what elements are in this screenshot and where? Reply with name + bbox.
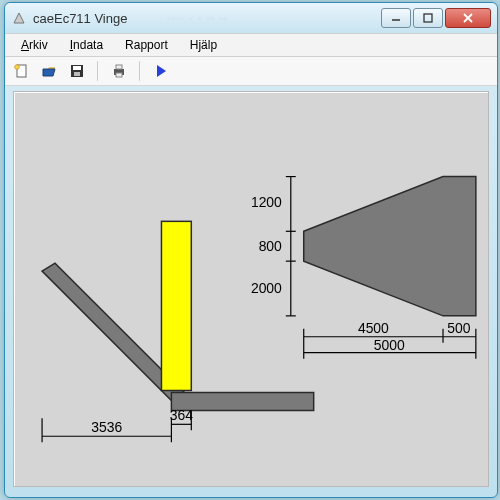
menu-hjalp[interactable]: Hjälp xyxy=(180,36,227,54)
window-title: caeEc711 Vinge xyxy=(33,11,127,26)
new-icon[interactable] xyxy=(11,61,31,81)
close-button[interactable] xyxy=(445,8,491,28)
toolbar-separator-1 xyxy=(97,61,99,81)
menu-hjalp-label: Hjälp xyxy=(190,38,217,52)
app-window: caeEc711 Vinge ···· · · ·· ·· Arkiv Inda… xyxy=(4,2,498,498)
open-icon[interactable] xyxy=(39,61,59,81)
drawing-canvas: 3536 364 1200 800 2000 4500 500 5000 xyxy=(13,91,489,487)
print-icon[interactable] xyxy=(109,61,129,81)
save-icon[interactable] xyxy=(67,61,87,81)
toolbar xyxy=(5,57,497,86)
dim-v-bot: 2000 xyxy=(251,280,282,296)
dim-h-tip: 500 xyxy=(447,320,470,336)
app-icon xyxy=(11,10,27,26)
svg-rect-12 xyxy=(116,73,122,77)
menu-rapport[interactable]: Rapport xyxy=(115,36,178,54)
svg-rect-2 xyxy=(424,14,432,22)
menu-indata-label: ndata xyxy=(73,38,103,52)
maximize-button[interactable] xyxy=(413,8,443,28)
svg-marker-13 xyxy=(157,65,166,77)
menubar: Arkiv Indata Rapport Hjälp xyxy=(5,33,497,57)
svg-rect-11 xyxy=(116,65,122,69)
menu-rapport-label: Rapport xyxy=(125,38,168,52)
minimize-button[interactable] xyxy=(381,8,411,28)
menu-arkiv[interactable]: Arkiv xyxy=(11,36,58,54)
dim-v-mid: 800 xyxy=(259,238,282,254)
dim-h-total: 5000 xyxy=(374,337,405,353)
shape-column xyxy=(161,221,191,390)
menu-indata[interactable]: Indata xyxy=(60,36,113,54)
svg-rect-9 xyxy=(74,72,80,76)
titlebar-blurred-text: ···· · · ·· ·· xyxy=(167,11,228,25)
window-buttons xyxy=(381,8,491,28)
dim-strut: 3536 xyxy=(91,419,122,435)
toolbar-separator-2 xyxy=(139,61,141,81)
dim-h-taper: 4500 xyxy=(358,320,389,336)
menu-arkiv-label: rkiv xyxy=(29,38,48,52)
svg-point-6 xyxy=(15,65,20,70)
dim-v-top: 1200 xyxy=(251,194,282,210)
svg-marker-0 xyxy=(14,13,24,23)
svg-rect-8 xyxy=(73,66,81,70)
titlebar: caeEc711 Vinge ···· · · ·· ·· xyxy=(5,3,497,33)
dim-column-width: 364 xyxy=(170,407,193,423)
shape-wing-plan xyxy=(304,177,476,316)
run-icon[interactable] xyxy=(151,61,171,81)
